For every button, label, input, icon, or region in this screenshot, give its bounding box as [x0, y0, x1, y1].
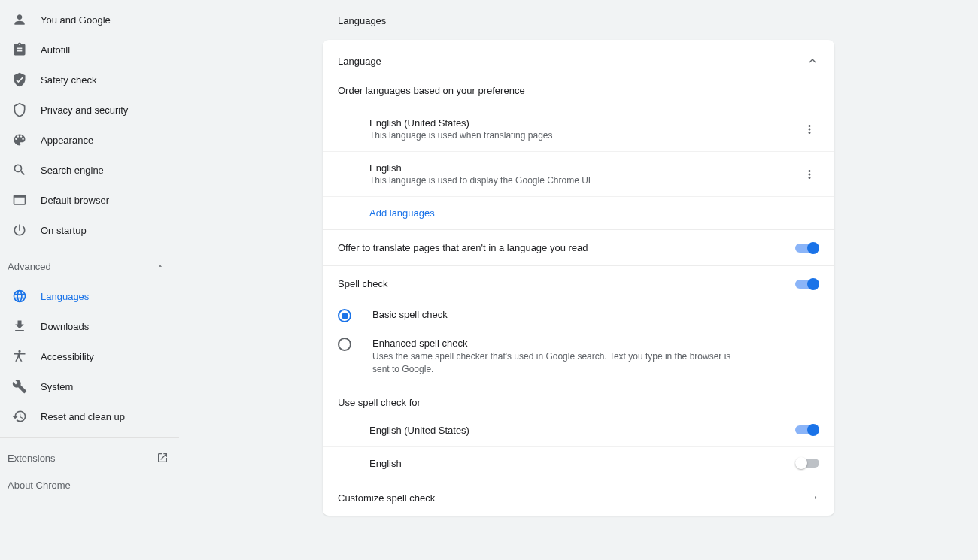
spell-check-label: Spell check [338, 278, 387, 289]
language-section-header[interactable]: Language [323, 40, 834, 82]
sidebar-item-about[interactable]: About Chrome [0, 471, 179, 498]
about-label: About Chrome [8, 480, 71, 491]
translate-toggle[interactable] [795, 244, 819, 253]
languages-card: Language Order languages based on your p… [323, 40, 834, 516]
spell-check-language-toggle[interactable] [795, 459, 819, 468]
sidebar-item-on-startup[interactable]: On startup [0, 215, 179, 245]
language-name: English [369, 162, 800, 174]
sidebar-item-label: Search engine [36, 165, 104, 176]
sidebar-item-you-and-google[interactable]: You and Google [0, 5, 179, 35]
sidebar-item-downloads[interactable]: Downloads [0, 311, 179, 341]
language-sub: This language is used to display the Goo… [369, 175, 800, 186]
radio-icon [338, 338, 351, 351]
sidebar-item-label: Downloads [36, 321, 89, 332]
sidebar-item-label: System [36, 381, 73, 392]
translate-offer-label: Offer to translate pages that aren't in … [338, 242, 588, 253]
language-header-label: Language [338, 56, 381, 67]
sidebar-item-search-engine[interactable]: Search engine [0, 155, 179, 185]
radio-sublabel: Uses the same spell checker that's used … [372, 350, 749, 376]
shield-check-icon [12, 72, 36, 87]
basic-spell-check-radio[interactable]: Basic spell check [323, 301, 834, 330]
open-external-icon [156, 452, 169, 464]
restore-icon [12, 409, 36, 424]
sidebar-item-label: Privacy and security [36, 104, 128, 116]
spell-check-toggle[interactable] [795, 280, 819, 289]
spell-check-language-name: English (United States) [369, 425, 469, 436]
sidebar-item-languages[interactable]: Languages [0, 281, 179, 311]
sidebar-item-label: Default browser [36, 195, 109, 206]
sidebar-item-label: On startup [36, 225, 87, 236]
spell-check-row: Spell check [323, 266, 834, 301]
sidebar: You and Google Autofill Safety check Pri… [0, 0, 179, 560]
language-order-description: Order languages based on your preference [323, 82, 834, 107]
extensions-label: Extensions [8, 453, 56, 464]
clipboard-icon [12, 42, 36, 57]
sidebar-item-safety-check[interactable]: Safety check [0, 65, 179, 95]
power-icon [12, 222, 36, 238]
sidebar-item-reset[interactable]: Reset and clean up [0, 401, 179, 431]
sidebar-item-label: Reset and clean up [36, 411, 125, 422]
sidebar-divider [0, 437, 179, 438]
spell-check-language-row: English [323, 447, 834, 480]
sidebar-item-label: Safety check [36, 74, 96, 86]
globe-icon [12, 289, 36, 304]
chevron-up-icon [806, 54, 819, 68]
language-item: English This language is used to display… [323, 152, 834, 197]
spell-check-language-row: English (United States) [323, 414, 834, 447]
language-more-button[interactable] [800, 165, 819, 184]
chevron-right-icon [812, 494, 819, 501]
download-icon [12, 319, 36, 334]
wrench-icon [12, 379, 36, 394]
accessibility-icon [12, 349, 36, 364]
sidebar-item-label: Accessibility [36, 351, 94, 362]
language-more-button[interactable] [800, 120, 819, 139]
sidebar-item-appearance[interactable]: Appearance [0, 125, 179, 155]
radio-icon [338, 309, 351, 322]
spell-check-language-toggle[interactable] [795, 425, 819, 434]
search-icon [12, 162, 36, 177]
sidebar-item-system[interactable]: System [0, 371, 179, 401]
add-languages-button[interactable]: Add languages [323, 197, 834, 229]
sidebar-item-accessibility[interactable]: Accessibility [0, 341, 179, 371]
palette-icon [12, 132, 36, 147]
window-icon [12, 192, 36, 207]
language-name: English (United States) [369, 117, 800, 129]
customize-spell-check-row[interactable]: Customize spell check [323, 480, 834, 516]
sidebar-item-label: Appearance [36, 135, 93, 146]
advanced-label: Advanced [8, 261, 51, 272]
radio-label: Basic spell check [372, 309, 448, 320]
person-icon [12, 12, 36, 27]
customize-spell-check-label: Customize spell check [338, 492, 435, 504]
radio-label: Enhanced spell check [372, 338, 749, 349]
sidebar-advanced-toggle[interactable]: Advanced [0, 251, 179, 281]
page-title: Languages [323, 15, 834, 26]
shield-icon [12, 102, 36, 117]
sidebar-item-extensions[interactable]: Extensions [0, 444, 179, 471]
language-item: English (United States) This language is… [323, 107, 834, 152]
sidebar-item-label: Autofill [36, 44, 70, 56]
language-sub: This language is used when translating p… [369, 130, 800, 141]
chevron-up-icon [156, 262, 164, 270]
sidebar-item-label: Languages [36, 291, 89, 302]
enhanced-spell-check-radio[interactable]: Enhanced spell check Uses the same spell… [323, 330, 834, 383]
sidebar-item-privacy-security[interactable]: Privacy and security [0, 95, 179, 125]
sidebar-item-default-browser[interactable]: Default browser [0, 185, 179, 215]
main-content: Languages Language Order languages based… [179, 0, 978, 560]
sidebar-item-autofill[interactable]: Autofill [0, 35, 179, 65]
use-spell-check-for-label: Use spell check for [323, 383, 834, 414]
translate-offer-row: Offer to translate pages that aren't in … [323, 229, 834, 266]
sidebar-item-label: You and Google [36, 14, 111, 26]
spell-check-language-name: English [369, 458, 402, 469]
